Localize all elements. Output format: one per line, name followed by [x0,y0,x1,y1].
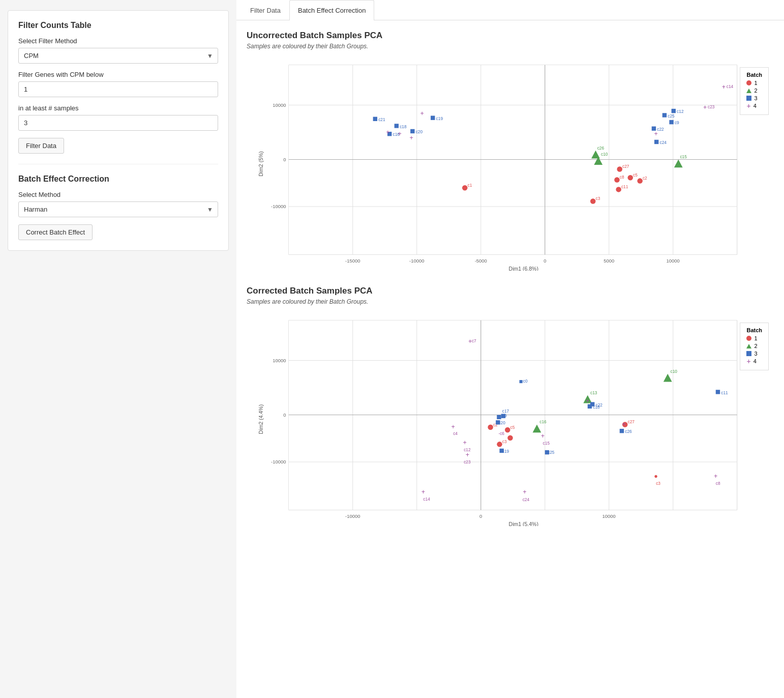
correct-batch-button[interactable]: Correct Batch Effect [18,224,93,240]
filter-method-label: Select Filter Method [18,37,218,45]
svg-text:0: 0 [283,412,286,418]
corrected-legend-dot-1 [746,336,751,341]
svg-text:c15: c15 [543,441,550,446]
svg-text:Dim2 (5%): Dim2 (5%) [258,151,264,177]
svg-point-102 [507,435,513,441]
svg-text:10000: 10000 [273,358,286,363]
svg-text:c3: c3 [502,439,507,444]
filter-data-button[interactable]: Filter Data [18,138,64,154]
corrected-legend-title: Batch [746,327,762,333]
svg-text:c3: c3 [596,196,600,201]
svg-text:■: ■ [519,378,523,385]
svg-point-35 [616,187,621,192]
batch-method-select-wrapper: Harman ComBat None ▼ [18,201,218,217]
svg-text:c9: c9 [502,413,507,418]
svg-text:-15000: -15000 [345,258,360,264]
svg-text:c18: c18 [400,124,407,129]
filter-method-select[interactable]: CPM Counts RPKM [18,48,218,64]
svg-rect-51 [395,124,399,128]
svg-text:-5000: -5000 [475,258,487,264]
legend-item-3: 3 [746,95,762,101]
svg-point-98 [497,442,502,447]
filter-method-select-wrapper: CPM Counts RPKM ▼ [18,48,218,64]
svg-text:c10: c10 [601,152,608,157]
corrected-legend-item-4: + 4 [746,358,762,364]
svg-point-96 [488,425,493,430]
corrected-legend-label-3: 3 [754,351,757,357]
svg-text:c15: c15 [680,155,687,160]
right-panel: Filter Data Batch Effect Correction Unco… [236,0,784,698]
uncorrected-legend-title: Batch [746,72,762,78]
svg-text:c12: c12 [677,109,684,114]
svg-point-33 [614,177,620,183]
filter-title: Filter Counts Table [18,21,218,30]
svg-text:c25: c25 [668,113,675,119]
svg-text:c24: c24 [660,140,667,145]
svg-text:c5: c5 [633,172,638,178]
svg-text:-10000: -10000 [271,459,286,464]
svg-rect-45 [669,120,673,124]
svg-text:0: 0 [544,258,546,264]
filter-panel-card: Filter Counts Table Select Filter Method… [8,10,229,251]
svg-text:-10000: -10000 [409,258,424,264]
svg-text:Dim2 (4.4%): Dim2 (4.4%) [258,404,264,434]
svg-rect-57 [373,117,377,121]
content-area: Uncorrected Batch Samples PCA Samples ar… [236,20,784,551]
svg-text:c14: c14 [423,497,430,502]
corrected-legend-item-1: 1 [746,335,762,341]
cpm-input[interactable] [18,81,218,97]
svg-text:c26: c26 [597,146,605,151]
svg-text:+: + [410,134,413,141]
svg-text:+: + [463,439,467,446]
batch-method-select[interactable]: Harman ComBat None [18,201,218,217]
svg-text:c20: c20 [416,129,423,134]
svg-text:c1: c1 [468,183,472,188]
corrected-legend-item-3: 3 [746,351,762,357]
legend-label-3: 3 [754,95,757,101]
samples-input[interactable] [18,115,218,131]
tab-filter-data[interactable]: Filter Data [242,0,289,20]
svg-text:+: + [420,110,424,118]
uncorrected-pca-title: Uncorrected Batch Samples PCA [247,31,774,41]
svg-text:+: + [523,488,526,496]
svg-text:10000: 10000 [273,102,286,108]
svg-text:c16: c16 [539,419,547,424]
svg-text:c27: c27 [628,419,635,424]
legend-tri-2 [746,89,751,93]
legend-label-4: 4 [753,103,757,109]
uncorrected-pca-section: Uncorrected Batch Samples PCA Samples ar… [247,31,774,271]
svg-text:-10000: -10000 [345,513,360,519]
svg-text:c13: c13 [590,390,597,395]
svg-text:+: + [541,432,545,440]
batch-method-label: Select Method [18,191,218,198]
svg-point-100 [505,427,510,433]
svg-rect-55 [410,129,414,133]
svg-text:+: + [421,488,425,496]
corrected-legend-label-1: 1 [754,335,757,341]
svg-text:5000: 5000 [604,258,614,264]
svg-text:+: + [398,130,401,137]
svg-text:c10: c10 [671,369,678,374]
section-divider [18,164,218,164]
svg-text:c5: c5 [510,425,515,430]
svg-text:c22: c22 [596,402,603,408]
legend-item-1: 1 [746,80,762,86]
svg-text:c21: c21 [378,117,385,122]
tabs-bar: Filter Data Batch Effect Correction [236,0,784,20]
svg-rect-122 [620,429,624,433]
tab-batch-effect[interactable]: Batch Effect Correction [289,0,374,20]
corrected-legend-sq-3 [746,351,751,356]
svg-text:+: + [451,423,455,430]
svg-text:c3: c3 [656,481,660,486]
svg-rect-53 [431,116,435,120]
svg-point-37 [617,166,623,172]
svg-text:+: + [722,83,726,91]
svg-rect-125 [590,402,594,406]
svg-rect-111 [497,415,501,419]
svg-text:+: + [586,398,589,405]
svg-text:c24: c24 [523,497,530,502]
svg-text:+: + [466,451,469,458]
corrected-pca-section: Corrected Batch Samples PCA Samples are … [247,286,774,526]
svg-text:c19: c19 [502,449,509,454]
corrected-legend-label-4: 4 [753,358,757,364]
